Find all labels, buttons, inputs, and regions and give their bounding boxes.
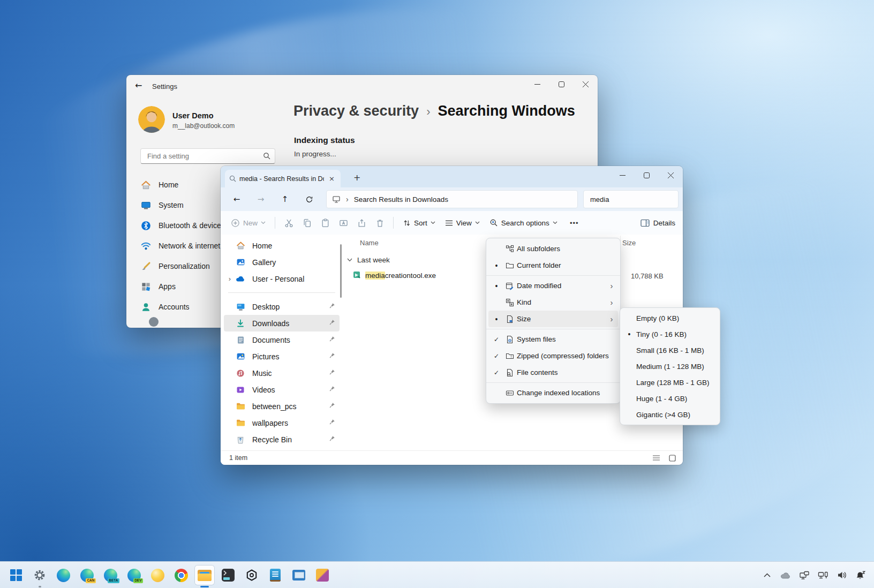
group-header-last-week[interactable]: Last week <box>347 256 390 264</box>
expand-chevron-icon[interactable]: › <box>224 275 236 283</box>
pc-status-tray-icon[interactable] <box>798 568 810 582</box>
edge-dev-icon: DEV <box>127 569 141 582</box>
more-options-icon[interactable]: ••• <box>562 219 586 227</box>
breadcrumb-parent[interactable]: Privacy & security <box>293 103 419 119</box>
column-header-name[interactable]: Name <box>360 239 379 247</box>
nav-item-desktop[interactable]: Desktop <box>224 298 340 315</box>
submenu-item-tiny[interactable]: • Tiny (0 - 16 KB) <box>622 326 718 342</box>
nav-item-wallpapers[interactable]: wallpapers <box>224 414 340 431</box>
refresh-icon[interactable] <box>301 191 317 207</box>
tab-close-icon[interactable]: × <box>327 175 336 183</box>
menu-item-system-files[interactable]: ✓ System files <box>488 331 618 348</box>
file-explorer-icon <box>198 570 212 581</box>
nav-item-onedrive[interactable]: › User - Personal <box>224 270 340 287</box>
submenu-item-small[interactable]: Small (16 KB - 1 MB) <box>622 342 718 358</box>
nav-item-between-pcs[interactable]: between_pcs <box>224 398 340 414</box>
menu-item-kind[interactable]: Kind › <box>488 294 618 311</box>
taskbar-chrome-button[interactable] <box>171 566 191 585</box>
menu-item-zipped-folders[interactable]: ✓ Zipped (compressed) folders <box>488 348 618 364</box>
network-tray-icon[interactable] <box>817 568 829 582</box>
system-tray <box>761 568 867 582</box>
view-button[interactable]: View <box>440 214 485 231</box>
taskbar-app-button[interactable] <box>313 566 332 585</box>
close-button[interactable] <box>659 166 683 184</box>
address-breadcrumb[interactable]: Search Results in Downloads <box>354 195 448 203</box>
explorer-search-box[interactable] <box>583 190 679 208</box>
large-icons-view-toggle[interactable] <box>666 453 679 463</box>
file-row[interactable]: mediacreationtool.exe <box>352 271 436 280</box>
hidden-icons-chevron-icon[interactable] <box>761 568 773 582</box>
edge-beta-icon: BETA <box>104 569 117 582</box>
rename-icon[interactable] <box>334 214 352 231</box>
explorer-tab[interactable]: media - Search Results in Dow × <box>225 170 341 187</box>
onedrive-tray-icon[interactable] <box>780 568 792 582</box>
taskbar-settings-button[interactable] <box>30 566 49 585</box>
explorer-search-input[interactable] <box>589 195 683 204</box>
nav-item-documents[interactable]: Documents <box>224 331 340 348</box>
submenu-item-empty[interactable]: Empty (0 KB) <box>622 310 718 326</box>
back-arrow-icon[interactable]: ← <box>135 80 142 91</box>
taskbar-system-properties-button[interactable] <box>289 566 308 585</box>
minimize-button[interactable] <box>611 166 635 184</box>
taskbar-edge-dev-button[interactable]: DEV <box>124 566 144 585</box>
nav-item-music[interactable]: Music <box>224 365 340 381</box>
edge-icon <box>57 569 70 582</box>
volume-icon[interactable] <box>836 568 848 582</box>
avatar[interactable] <box>138 106 165 133</box>
taskbar-file-explorer-button[interactable] <box>195 566 214 585</box>
taskbar-edge-beta-button[interactable]: BETA <box>101 566 120 585</box>
menu-item-size[interactable]: • Size › <box>488 311 618 327</box>
submenu-item-huge[interactable]: Huge (1 - 4 GB) <box>622 390 718 406</box>
nav-item-recycle-bin[interactable]: Recycle Bin <box>224 431 340 448</box>
submenu-item-gigantic[interactable]: Gigantic (>4 GB) <box>622 406 718 423</box>
new-tab-button[interactable]: + <box>353 172 360 183</box>
group-label: Last week <box>357 256 390 264</box>
taskbar-edge-button[interactable] <box>54 566 73 585</box>
do-not-disturb-bell-icon[interactable] <box>855 568 867 582</box>
search-options-label: Search options <box>501 219 549 227</box>
submenu-item-medium[interactable]: Medium (1 - 128 MB) <box>622 358 718 374</box>
details-view-toggle[interactable] <box>650 453 662 463</box>
menu-item-current-folder[interactable]: • Current folder <box>488 257 618 274</box>
maximize-button[interactable] <box>635 166 659 184</box>
delete-icon[interactable] <box>371 214 389 231</box>
settings-search-box[interactable] <box>140 148 275 164</box>
search-options-menu: All subfolders • Current folder • Date m… <box>486 238 621 404</box>
forward-arrow-icon[interactable]: → <box>253 191 269 207</box>
taskbar-chatgpt-button[interactable] <box>242 566 261 585</box>
submenu-item-large[interactable]: Large (128 MB - 1 GB) <box>622 374 718 390</box>
share-icon[interactable] <box>352 214 371 231</box>
start-button[interactable] <box>6 566 26 585</box>
nav-item-gallery[interactable]: Gallery <box>224 254 340 270</box>
taskbar-notepad-button[interactable] <box>266 566 285 585</box>
taskbar-terminal-button[interactable] <box>218 566 238 585</box>
paste-icon[interactable] <box>316 214 334 231</box>
nav-item-pictures[interactable]: Pictures <box>224 348 340 365</box>
new-button[interactable]: New <box>226 214 270 231</box>
sort-button[interactable]: Sort <box>398 214 440 231</box>
back-arrow-icon[interactable]: ← <box>229 191 245 207</box>
settings-search-input[interactable] <box>146 152 258 161</box>
menu-item-date-modified[interactable]: • Date modified › <box>488 277 618 294</box>
maximize-button[interactable] <box>549 75 574 93</box>
nav-item-label: Pictures <box>252 352 340 361</box>
cut-icon[interactable] <box>280 214 298 231</box>
address-bar[interactable]: › Search Results in Downloads <box>326 190 578 208</box>
up-arrow-icon[interactable]: ↑ <box>277 191 293 207</box>
copy-icon[interactable] <box>298 214 316 231</box>
nav-item-label: Desktop <box>252 303 340 311</box>
menu-item-change-indexed-locations[interactable]: Change indexed locations <box>488 385 618 401</box>
nav-scrollbar[interactable] <box>340 244 342 298</box>
menu-item-file-contents[interactable]: ✓ File contents <box>488 364 618 381</box>
column-header-size[interactable]: Size <box>622 239 636 247</box>
nav-item-videos[interactable]: Videos <box>224 381 340 398</box>
menu-item-all-subfolders[interactable]: All subfolders <box>488 240 618 257</box>
close-button[interactable] <box>574 75 598 93</box>
minimize-button[interactable] <box>525 75 549 93</box>
search-options-button[interactable]: Search options <box>485 214 562 231</box>
nav-item-home[interactable]: Home <box>224 237 340 254</box>
details-button[interactable]: Details <box>641 219 675 227</box>
nav-item-downloads[interactable]: Downloads <box>224 315 340 331</box>
taskbar-edge-canary-button[interactable]: CAN <box>77 566 96 585</box>
taskbar-chrome-canary-button[interactable] <box>148 566 167 585</box>
